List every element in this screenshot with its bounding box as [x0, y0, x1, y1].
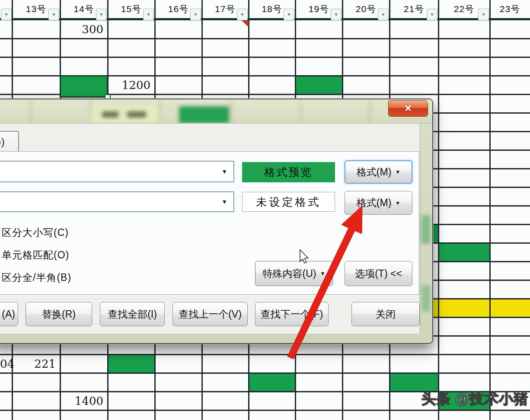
red-corner-flag-icon [242, 20, 249, 27]
dialog-titlebar[interactable] [0, 99, 432, 124]
format-button-replace[interactable]: 格式(M) ▼ [345, 191, 412, 215]
checkbox-label-1[interactable]: 区分大小写(C) [2, 226, 69, 239]
gridline-horizontal [0, 372, 530, 374]
find-what-combobox[interactable]: ▼ [0, 161, 234, 182]
filled-cell-green[interactable] [438, 243, 490, 262]
filter-dropdown-button[interactable]: ▼ [237, 9, 248, 20]
find-previous-button[interactable]: 查找上一个(V) [172, 302, 248, 326]
cell-value[interactable]: 221 [12, 357, 56, 370]
filter-dropdown-button[interactable]: ▼ [284, 9, 294, 20]
filled-cell-yellow[interactable] [438, 299, 490, 318]
find-all-button[interactable]: 查找全部(I) [100, 302, 165, 326]
gridline-horizontal [0, 354, 530, 355]
checkbox-label-2[interactable]: 单元格匹配(O) [2, 248, 69, 261]
cell-value[interactable]: 1200 [108, 79, 150, 92]
replace-with-combobox[interactable]: ▼ [0, 191, 234, 212]
filter-dropdown-button[interactable]: ▼ [96, 9, 107, 20]
filled-cell-green[interactable] [60, 76, 108, 97]
chevron-down-icon: ▼ [395, 169, 400, 175]
close-button[interactable]: 关闭 [351, 302, 420, 326]
column-header-23号: 23号 [490, 0, 530, 18]
checkbox-label-3[interactable]: 区分全/半角(B) [2, 271, 71, 284]
filled-cell-green[interactable] [295, 76, 342, 95]
dialog-tab-label: G) [0, 136, 5, 148]
filter-dropdown-button[interactable]: ▼ [378, 9, 389, 20]
glass-reflection [421, 285, 430, 311]
filled-cell-green[interactable] [108, 354, 155, 373]
format-preview-box: 格式预览 [242, 162, 335, 182]
filter-dropdown-button[interactable]: ▼ [427, 9, 437, 20]
no-format-set-box: 未设定格式 [242, 192, 335, 212]
filter-dropdown-button[interactable]: ▼ [1, 9, 12, 20]
filter-dropdown-button[interactable]: ▼ [190, 9, 201, 20]
filled-cell-green[interactable] [249, 373, 295, 392]
header-bottom-border [0, 18, 530, 20]
gridline-horizontal [0, 57, 530, 58]
gridline-horizontal [0, 38, 530, 39]
replace-button[interactable]: 替换(R) [26, 302, 92, 326]
watermark: 头条 @技术小猪 [421, 389, 528, 409]
filled-cell-yellow[interactable] [490, 299, 530, 318]
cell-value[interactable]: 04 [0, 357, 8, 370]
cell-value[interactable]: 300 [60, 23, 103, 36]
gridline-vertical [438, 0, 439, 420]
filter-dropdown-button[interactable]: ▼ [143, 9, 154, 20]
chevron-down-icon[interactable]: ▼ [221, 168, 227, 175]
glass-reflection [421, 215, 431, 244]
chevron-down-icon[interactable]: ▼ [221, 198, 227, 205]
cell-value[interactable]: 1400 [60, 395, 103, 407]
options-toggle-button[interactable]: 选项(T) << [345, 261, 412, 286]
find-replace-dialog: ✕ G) ▼ ▼ 格式预览 未设定格式 格式(M) ▼ 格式(M) ▼ 区分大小… [0, 99, 433, 344]
filter-dropdown-button[interactable]: ▼ [331, 9, 342, 20]
chevron-down-icon: ▼ [320, 270, 326, 277]
blurred-title-content [0, 99, 432, 123]
find-next-button[interactable]: 查找下一个(F) [255, 302, 329, 326]
filter-dropdown-button[interactable]: ▼ [48, 9, 59, 20]
screenshot-stage: 13号▼14号▼15号▼16号▼17号▼18号▼19号▼20号▼21号▼22号▼… [0, 0, 530, 420]
dialog-tab-partial[interactable]: G) [0, 131, 19, 152]
chevron-down-icon: ▼ [395, 200, 400, 206]
special-content-button[interactable]: 特殊内容(U) ▼ [255, 261, 333, 286]
replace-all-button-partial[interactable]: (A) [0, 302, 18, 326]
close-icon[interactable]: ✕ [388, 100, 428, 117]
gridline-vertical [489, 0, 491, 420]
filter-dropdown-button[interactable]: ▼ [478, 9, 489, 20]
gridline-horizontal [0, 410, 530, 411]
format-button-find[interactable]: 格式(M) ▼ [345, 160, 412, 184]
